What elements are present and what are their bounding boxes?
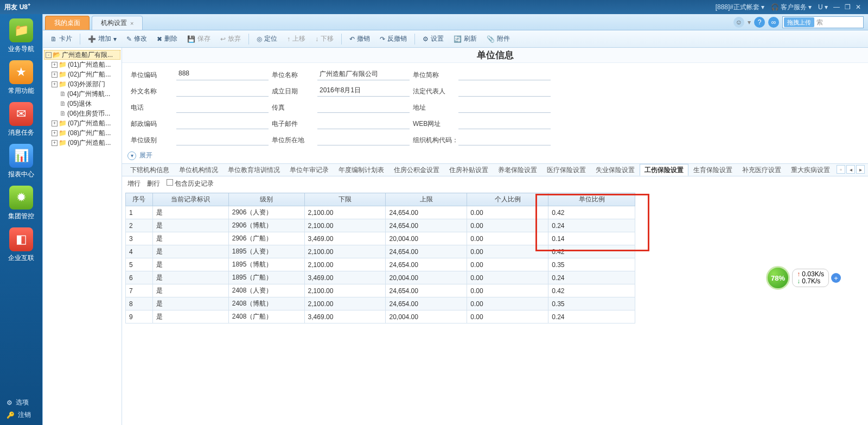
tree-item[interactable]: 🗎(04)广州博航... — [44, 89, 120, 99]
customer-service[interactable]: 🎧 客户服务 ▾ — [771, 3, 812, 12]
field-value[interactable]: 888 — [176, 69, 269, 80]
field-value[interactable] — [458, 86, 551, 97]
subtab[interactable]: 工伤保险设置 — [640, 164, 688, 176]
field-value[interactable] — [176, 135, 269, 145]
grid-header[interactable]: 级别 — [228, 193, 304, 206]
field-value[interactable] — [317, 135, 410, 145]
tree-item[interactable]: +📁(02)广州广船... — [44, 69, 120, 79]
grid-header[interactable]: 个人比例 — [467, 193, 548, 206]
subtab-toggle[interactable]: ▫ — [837, 165, 845, 174]
discard-button[interactable]: ↩ 放弃 — [216, 33, 245, 46]
grid-header[interactable]: 下限 — [304, 193, 386, 206]
table-row[interactable]: 6是1895（广船）3,469.0020,004.000.000.24 — [126, 271, 635, 284]
field-value[interactable] — [458, 135, 551, 145]
account-label[interactable]: [888]#正式帐套 ▾ — [716, 3, 764, 12]
cloud-icon[interactable]: ∞ — [768, 17, 779, 28]
subtab[interactable]: 重大疾病设置 — [786, 164, 835, 176]
field-value[interactable] — [458, 118, 551, 129]
table-row[interactable]: 9是2408（广船）3,469.0020,004.000.000.24 — [126, 310, 635, 323]
close-icon[interactable]: × — [130, 20, 133, 27]
field-value[interactable] — [176, 118, 269, 129]
add-button[interactable]: ➕ 增加 ▾ — [84, 33, 121, 46]
subtab[interactable]: 补充医疗设置 — [737, 164, 786, 176]
redo-button[interactable]: ↷ 反撤销 — [375, 33, 411, 46]
movedown-button[interactable]: ↓ 下移 — [311, 33, 338, 46]
subtab[interactable]: 单位机构情况 — [174, 164, 223, 176]
minimize-button[interactable]: — — [831, 3, 842, 11]
table-row[interactable]: 2是2906（博航）2,100.0024,654.000.000.24 — [126, 219, 635, 232]
field-value[interactable] — [458, 102, 551, 113]
nav-enterprise[interactable]: ◧企业互联 — [5, 227, 37, 263]
field-value[interactable]: 2016年8月1日 — [317, 86, 410, 97]
history-checkbox[interactable]: 包含历史记录 — [167, 179, 214, 188]
field-value[interactable] — [176, 86, 269, 97]
save-button[interactable]: 💾 保存 — [183, 33, 215, 46]
tab-org-setting[interactable]: 机构设置× — [92, 16, 143, 30]
table-row[interactable]: 1是2906（人资）2,100.0024,654.000.000.42 — [126, 206, 635, 219]
undo-button[interactable]: ↶ 撤销 — [345, 33, 374, 46]
tree-root[interactable]: -📂广州造船厂有限... — [44, 50, 120, 60]
tree-item[interactable]: +📁(09)广州造船... — [44, 138, 120, 148]
dropdown-icon[interactable]: ▾ — [748, 18, 751, 26]
subtab-prev[interactable]: ◂ — [846, 165, 855, 174]
grid-header[interactable]: 上限 — [386, 193, 467, 206]
subtab[interactable]: 失业保险设置 — [591, 164, 640, 176]
tree-item[interactable]: 🗎(06)住房货币... — [44, 109, 120, 118]
edit-button[interactable]: ✎ 修改 — [122, 33, 151, 46]
tab-desktop[interactable]: 我的桌面 — [45, 16, 90, 30]
subtab[interactable]: 医疗保险设置 — [542, 164, 591, 176]
table-row[interactable]: 8是2408（博航）2,100.0024,654.000.000.35 — [126, 297, 635, 310]
search-input[interactable]: 拖拽上传 索 — [782, 16, 864, 28]
tree-item[interactable]: +📁(01)广州造船... — [44, 60, 120, 69]
card-button[interactable]: 🗎 卡片 — [46, 33, 76, 46]
close-button[interactable]: ✕ — [853, 3, 864, 11]
subtab[interactable]: 住房补贴设置 — [444, 164, 493, 176]
grid-header[interactable]: 序号 — [126, 193, 153, 206]
smile-icon[interactable]: ☺ — [733, 17, 744, 28]
u-menu[interactable]: U ▾ — [818, 3, 828, 11]
tree-item[interactable]: +📁(08)广州广船... — [44, 128, 120, 138]
maximize-button[interactable]: ❐ — [842, 3, 853, 11]
subtab-next[interactable]: ▸ — [856, 165, 865, 174]
subtab[interactable]: 单位教育培训情况 — [223, 164, 285, 176]
tree-item[interactable]: +📁(07)广州造船... — [44, 118, 120, 128]
nav-reports[interactable]: 📊报表中心 — [5, 144, 37, 179]
attach-button[interactable]: 📎 附件 — [482, 33, 514, 46]
table-row[interactable]: 4是1895（人资）2,100.0024,654.000.000.42 — [126, 245, 635, 258]
subtab[interactable]: 下辖机构信息 — [125, 164, 174, 176]
nav-favorites[interactable]: ★常用功能 — [5, 60, 37, 96]
field-value[interactable] — [176, 102, 269, 113]
subtab[interactable]: 住房公积金设置 — [389, 164, 444, 176]
tree-item[interactable]: +📁(03)外派部门 — [44, 79, 120, 89]
nav-messages[interactable]: ✉消息任务 — [5, 102, 37, 137]
refresh-button[interactable]: 🔄 刷新 — [449, 33, 481, 46]
settings-button[interactable]: ⚙ 设置 — [418, 33, 448, 46]
field-value[interactable] — [458, 69, 551, 80]
field-value[interactable] — [317, 102, 410, 113]
delrow-button[interactable]: 删行 — [147, 179, 160, 188]
addrow-button[interactable]: 增行 — [127, 179, 141, 188]
grid-header[interactable]: 单位比例 — [548, 193, 635, 206]
nav-logout[interactable]: 🔑 注销 — [7, 410, 42, 420]
tree-item[interactable]: 🗎(05)退休 — [44, 99, 120, 109]
delete-button[interactable]: ✖ 删除 — [152, 33, 182, 46]
table-row[interactable]: 5是1895（博航）2,100.0024,654.000.000.35 — [126, 258, 635, 271]
nav-group[interactable]: ✹集团管控 — [5, 186, 37, 221]
moveup-button[interactable]: ↑ 上移 — [283, 33, 310, 46]
nav-business[interactable]: 📁业务导航 — [5, 18, 37, 54]
subtab[interactable]: 生育保险设置 — [688, 164, 737, 176]
subtab[interactable]: 单位年审记录 — [285, 164, 334, 176]
nav-options[interactable]: ⚙ 选项 — [7, 398, 42, 407]
locate-button[interactable]: ◎ 定位 — [252, 33, 282, 46]
field-value[interactable] — [317, 118, 410, 129]
subtab[interactable]: 年度编制计划表 — [334, 164, 389, 176]
speed-plus[interactable]: + — [831, 273, 841, 283]
subtab[interactable]: 养老保险设置 — [493, 164, 542, 176]
table-row[interactable]: 3是2906（广船）3,469.0020,004.000.000.14 — [126, 232, 635, 245]
table-row[interactable]: 7是2408（人资）2,100.0024,654.000.000.42 — [126, 284, 635, 297]
grid-header[interactable]: 当前记录标识 — [152, 193, 228, 206]
expand-button[interactable]: ▾展开 — [127, 151, 863, 160]
help-icon[interactable]: ? — [754, 17, 765, 28]
speed-widget[interactable]: 78% ↑ 0.03K/s ↓ 0.7K/s + — [766, 266, 841, 290]
field-value[interactable]: 广州造船厂有限公司 — [317, 69, 410, 80]
